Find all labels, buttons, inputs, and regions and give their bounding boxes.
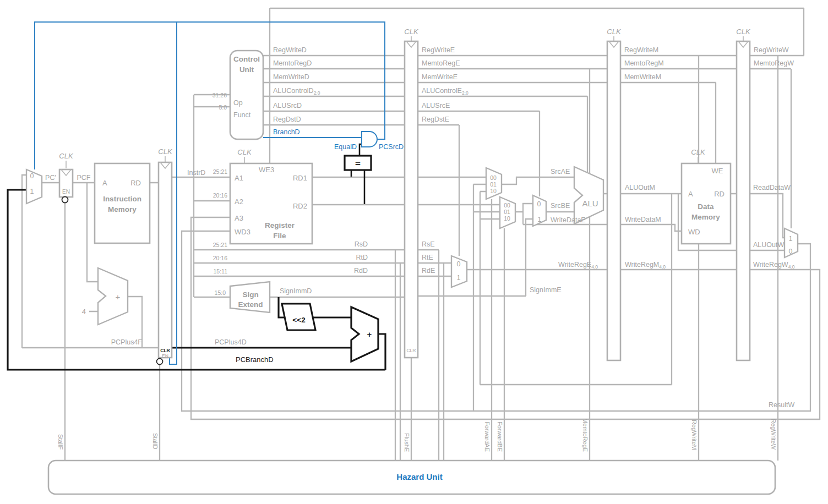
reg-dst-d-label: RegDstD: [273, 116, 301, 123]
memto-reg-w-label: MemtoRegW: [754, 59, 794, 67]
bits-31-26-label: 31:26: [213, 92, 227, 98]
instr-d-label: InstrD: [187, 169, 205, 177]
pc-mux: [26, 169, 42, 204]
control-label: Control: [233, 55, 260, 63]
dm-a-label: A: [688, 190, 693, 198]
flush-e-label: FlushE: [404, 433, 410, 452]
instruction-memory-box: [95, 163, 150, 243]
bits-15-11-label: 15:11: [214, 268, 228, 275]
en-pc-label: EN: [62, 189, 70, 195]
en-decode-label: EN: [162, 353, 168, 359]
fwd-a-01-label: 01: [490, 181, 497, 188]
stall-f-label: StallF: [57, 434, 64, 450]
alu-control-d-label: ALUControlD2:0: [273, 87, 320, 96]
mem-write-e-label: MemWriteE: [422, 73, 457, 81]
sign-imm-e-label: SignImmE: [530, 286, 562, 294]
components: [26, 41, 798, 494]
clr-e-label: CLR: [406, 348, 416, 353]
stall-d-label: StallD: [152, 433, 159, 449]
alu-src-e-label: ALUSrcE: [422, 102, 450, 109]
result-w-label: ResultW: [769, 401, 794, 409]
write-data-e-label: WriteDataE: [551, 216, 586, 224]
im-rd-label: RD: [130, 179, 141, 187]
rf-a2-label: A2: [235, 198, 243, 206]
dm-wd-label: WD: [688, 228, 700, 236]
fwd-a-00-label: 00: [490, 174, 497, 181]
clk-regfile-label: CLK: [237, 148, 252, 156]
fwd-b-00-label: 00: [504, 202, 510, 209]
pc-plus4-adder: [98, 268, 128, 325]
clk-pc-label: CLK: [59, 152, 74, 160]
reg-write-w-label: RegWriteW: [754, 46, 789, 54]
equal-d-label: EqualD: [334, 143, 357, 151]
bits-25-21-b-label: 25:21: [213, 242, 227, 248]
memto-reg-d-label: MemtoRegD: [273, 59, 312, 67]
wr-mux-0-label: 0: [457, 260, 461, 268]
write-reg-w-label: WriteRegW4:0: [753, 261, 795, 270]
mem-write-d-label: MemWriteD: [273, 73, 309, 81]
funct-label: Funct: [233, 111, 251, 119]
bits-15-0-label: 15:0: [215, 289, 226, 296]
op-label: Op: [233, 99, 243, 107]
pc-plus-4d-label: PCPlus4D: [215, 338, 247, 346]
pc-mux-0-label: 0: [30, 172, 34, 180]
rd-e-label: RdE: [422, 267, 435, 275]
bits-25-21-a-label: 25:21: [213, 168, 227, 175]
clk-decode-label: CLK: [158, 147, 173, 156]
memto-reg-m-label: MemtoRegM: [624, 59, 664, 67]
four-label: 4: [82, 308, 86, 316]
srcb-mux-0-label: 0: [537, 200, 541, 208]
bits-5-0-label: 5:0: [219, 104, 227, 111]
memto-reg-e-haz-label: MemtoRegE: [582, 418, 589, 452]
rd-d-label: RdD: [354, 267, 368, 275]
decode-execute-register: [405, 41, 418, 358]
wr-mux-1-label: 1: [457, 274, 461, 282]
mem-write-m-label: MemWriteM: [624, 73, 661, 81]
plus-branch-label: +: [367, 330, 372, 339]
and-gate-icon: [362, 132, 377, 147]
im-name-2-label: Memory: [108, 205, 137, 213]
read-data-w-label: ReadDataW: [753, 184, 791, 191]
branch-d-label: BranchD: [273, 128, 300, 136]
control-unit-box: [230, 51, 263, 139]
sign-imm-d-label: SignImmD: [280, 287, 312, 295]
reg-write-d-label: RegWriteD: [273, 46, 307, 54]
src-ae-label: SrcAE: [551, 168, 570, 176]
reg-write-w-haz-label: RegWriteW: [770, 419, 777, 450]
write-reg-m-label: WriteRegM4:0: [625, 261, 666, 270]
pc-plus-4f-label: PCPlus4F: [111, 338, 143, 346]
pc-prime-label: PC': [45, 174, 56, 182]
reg-write-m-label: RegWriteM: [624, 46, 658, 54]
dm-we-label: WE: [712, 167, 723, 175]
write-data-m-label: WriteDataM: [625, 216, 661, 223]
rt-e-label: RtE: [422, 254, 433, 261]
rf-a1-label: A1: [235, 174, 243, 182]
im-a-label: A: [102, 179, 107, 187]
pipelined-mips-diagram: Hazard Unit RegWriteDMemtoRegDMemWriteDA…: [0, 0, 828, 504]
clk-dmem-label: CLK: [691, 148, 706, 156]
memory-writeback-register: [737, 41, 750, 360]
pc-src-d-label: PCSrcD: [379, 143, 404, 151]
shift-2-label: <<2: [292, 316, 305, 324]
alu-name-label: ALU: [582, 199, 598, 208]
fetch-decode-register: [159, 162, 172, 358]
clk-e-label: CLK: [404, 28, 419, 36]
fwd-b-10-label: 10: [504, 215, 510, 222]
alu-src-d-label: ALUSrcD: [273, 102, 302, 109]
bits-20-16-a-label: 20:16: [213, 192, 227, 199]
alu-control-e-label: ALUControlE2:0: [422, 87, 469, 96]
w-mux-1-label: 1: [789, 235, 793, 243]
branch-adder: [351, 307, 378, 361]
diagram-canvas: Hazard Unit RegWriteDMemtoRegDMemWriteDA…: [0, 0, 828, 504]
reg-dst-e-label: RegDstE: [422, 116, 449, 123]
stallf-enable-bubble-icon: [62, 197, 68, 203]
dm-rd-label: RD: [714, 190, 724, 198]
memto-reg-e-label: MemtoRegE: [422, 59, 460, 67]
equals-sign-label: =: [355, 158, 361, 169]
stalld-enable-bubble-icon: [157, 359, 163, 365]
clk-w-label: CLK: [736, 28, 751, 36]
execute-memory-register: [607, 41, 620, 360]
plus-fetch-label: +: [116, 292, 121, 302]
rf-name-2-label: File: [273, 232, 286, 240]
clr-decode-label: CLR: [160, 348, 170, 353]
